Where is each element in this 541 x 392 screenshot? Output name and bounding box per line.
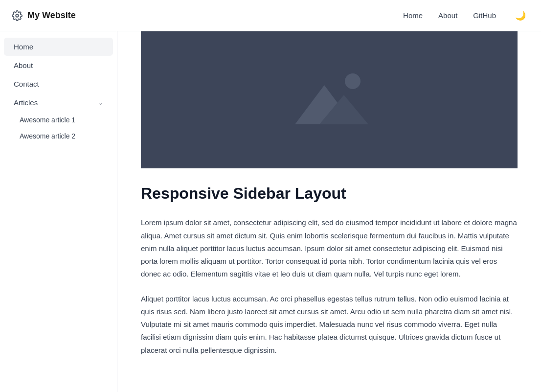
brand: My Website: [12, 10, 76, 21]
paragraph-1: Lorem ipsum dolor sit amet, consectetur …: [141, 216, 518, 280]
sidebar: Home About Contact Articles ⌄ Awesome ar…: [0, 31, 117, 392]
nav-github-link[interactable]: GitHub: [473, 11, 496, 20]
svg-point-3: [345, 73, 361, 89]
layout: Home About Contact Articles ⌄ Awesome ar…: [0, 31, 541, 392]
sidebar-item-contact-label: Contact: [14, 80, 39, 88]
sidebar-item-about-label: About: [14, 61, 33, 69]
sidebar-item-contact[interactable]: Contact: [4, 75, 113, 93]
gear-icon: [12, 10, 23, 21]
paragraph-2: Aliquet porttitor lacus luctus accumsan.…: [141, 293, 518, 357]
sidebar-item-articles[interactable]: Articles ⌄: [4, 93, 113, 112]
sidebar-sub-item-article-2[interactable]: Awesome article 2: [4, 128, 113, 144]
sidebar-sub-item-article-1[interactable]: Awesome article 1: [4, 112, 113, 128]
sidebar-item-about[interactable]: About: [4, 56, 113, 74]
svg-point-0: [16, 14, 19, 17]
nav-links: Home About GitHub 🌙: [403, 7, 529, 24]
nav-about-link[interactable]: About: [438, 11, 457, 20]
sidebar-item-home[interactable]: Home: [4, 38, 113, 56]
main-content: Responsive Sidebar Layout Lorem ipsum do…: [117, 31, 541, 392]
hero-image: [141, 31, 518, 168]
page-title: Responsive Sidebar Layout: [141, 184, 518, 203]
dark-mode-button[interactable]: 🌙: [512, 7, 529, 24]
chevron-up-icon: ⌄: [98, 99, 103, 106]
hero-placeholder-svg: [280, 61, 378, 139]
brand-label: My Website: [27, 10, 76, 21]
top-nav: My Website Home About GitHub 🌙: [0, 0, 541, 31]
sidebar-item-articles-label: Articles: [14, 98, 38, 107]
sidebar-item-home-label: Home: [14, 43, 33, 51]
nav-home-link[interactable]: Home: [403, 11, 423, 20]
